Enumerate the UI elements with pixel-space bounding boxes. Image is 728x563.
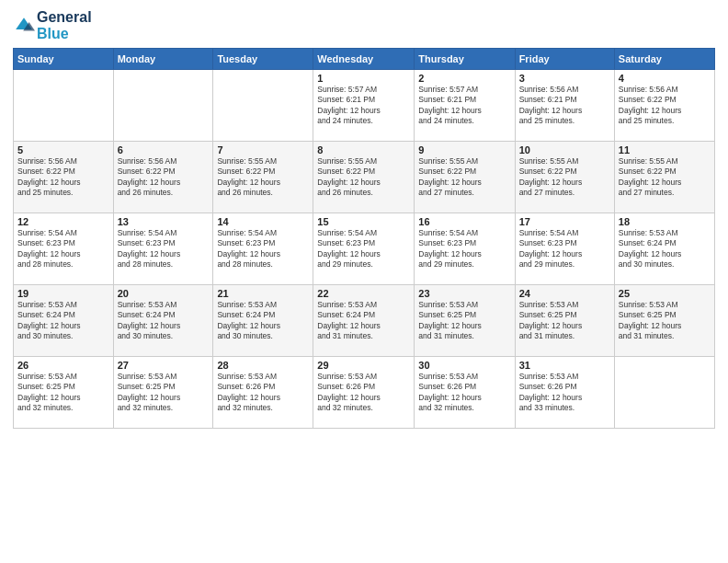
day-info: Sunrise: 5:53 AM Sunset: 6:26 PM Dayligh… bbox=[519, 372, 610, 414]
day-info: Sunrise: 5:53 AM Sunset: 6:24 PM Dayligh… bbox=[317, 300, 410, 342]
day-number: 29 bbox=[317, 360, 410, 371]
calendar-cell: 6Sunrise: 5:56 AM Sunset: 6:22 PM Daylig… bbox=[113, 142, 213, 213]
day-number: 26 bbox=[17, 360, 109, 371]
calendar-cell: 23Sunrise: 5:53 AM Sunset: 6:25 PM Dayli… bbox=[415, 285, 515, 357]
day-number: 14 bbox=[217, 216, 309, 227]
calendar-page: General Blue SundayMondayTuesdayWednesda… bbox=[0, 0, 728, 563]
calendar-cell: 18Sunrise: 5:53 AM Sunset: 6:24 PM Dayli… bbox=[614, 213, 714, 285]
calendar-cell: 1Sunrise: 5:57 AM Sunset: 6:21 PM Daylig… bbox=[313, 70, 415, 142]
day-info: Sunrise: 5:53 AM Sunset: 6:25 PM Dayligh… bbox=[619, 300, 711, 342]
calendar-cell bbox=[213, 70, 313, 142]
calendar-cell: 10Sunrise: 5:55 AM Sunset: 6:22 PM Dayli… bbox=[515, 142, 614, 213]
calendar-cell: 4Sunrise: 5:56 AM Sunset: 6:22 PM Daylig… bbox=[614, 70, 714, 142]
day-info: Sunrise: 5:55 AM Sunset: 6:22 PM Dayligh… bbox=[317, 156, 410, 199]
weekday-header: Friday bbox=[515, 49, 614, 70]
calendar-cell: 14Sunrise: 5:54 AM Sunset: 6:23 PM Dayli… bbox=[213, 213, 313, 285]
logo: General Blue bbox=[13, 9, 92, 42]
day-info: Sunrise: 5:53 AM Sunset: 6:25 PM Dayligh… bbox=[17, 372, 109, 414]
day-info: Sunrise: 5:57 AM Sunset: 6:21 PM Dayligh… bbox=[418, 85, 510, 127]
calendar-cell: 16Sunrise: 5:54 AM Sunset: 6:23 PM Dayli… bbox=[415, 213, 515, 285]
day-number: 10 bbox=[519, 144, 610, 155]
day-number: 25 bbox=[619, 288, 711, 299]
day-number: 19 bbox=[17, 288, 109, 299]
calendar-cell: 28Sunrise: 5:53 AM Sunset: 6:26 PM Dayli… bbox=[213, 357, 313, 429]
calendar-cell: 9Sunrise: 5:55 AM Sunset: 6:22 PM Daylig… bbox=[415, 142, 515, 213]
day-number: 1 bbox=[317, 73, 410, 84]
day-info: Sunrise: 5:55 AM Sunset: 6:22 PM Dayligh… bbox=[418, 156, 510, 199]
weekday-header: Wednesday bbox=[313, 49, 415, 70]
day-number: 21 bbox=[217, 288, 309, 299]
header: General Blue bbox=[13, 9, 715, 42]
day-info: Sunrise: 5:53 AM Sunset: 6:26 PM Dayligh… bbox=[418, 372, 510, 414]
day-number: 24 bbox=[519, 288, 610, 299]
day-info: Sunrise: 5:54 AM Sunset: 6:23 PM Dayligh… bbox=[217, 228, 309, 270]
day-number: 20 bbox=[118, 288, 210, 299]
day-info: Sunrise: 5:53 AM Sunset: 6:25 PM Dayligh… bbox=[118, 372, 210, 414]
day-number: 28 bbox=[217, 360, 309, 371]
day-number: 27 bbox=[118, 360, 210, 371]
day-info: Sunrise: 5:54 AM Sunset: 6:23 PM Dayligh… bbox=[118, 228, 210, 270]
calendar-cell: 11Sunrise: 5:55 AM Sunset: 6:22 PM Dayli… bbox=[614, 142, 714, 213]
day-info: Sunrise: 5:56 AM Sunset: 6:22 PM Dayligh… bbox=[118, 156, 210, 199]
calendar-cell: 12Sunrise: 5:54 AM Sunset: 6:23 PM Dayli… bbox=[14, 213, 114, 285]
calendar-cell: 22Sunrise: 5:53 AM Sunset: 6:24 PM Dayli… bbox=[313, 285, 415, 357]
day-info: Sunrise: 5:56 AM Sunset: 6:22 PM Dayligh… bbox=[17, 156, 109, 199]
calendar-cell: 7Sunrise: 5:55 AM Sunset: 6:22 PM Daylig… bbox=[213, 142, 313, 213]
calendar-cell bbox=[14, 70, 114, 142]
day-info: Sunrise: 5:53 AM Sunset: 6:24 PM Dayligh… bbox=[217, 300, 309, 342]
calendar-week-row: 26Sunrise: 5:53 AM Sunset: 6:25 PM Dayli… bbox=[14, 357, 715, 429]
day-number: 7 bbox=[217, 144, 309, 155]
day-info: Sunrise: 5:56 AM Sunset: 6:21 PM Dayligh… bbox=[519, 85, 610, 127]
calendar-cell: 5Sunrise: 5:56 AM Sunset: 6:22 PM Daylig… bbox=[14, 142, 114, 213]
day-number: 18 bbox=[619, 216, 711, 227]
calendar-cell: 21Sunrise: 5:53 AM Sunset: 6:24 PM Dayli… bbox=[213, 285, 313, 357]
calendar-cell: 13Sunrise: 5:54 AM Sunset: 6:23 PM Dayli… bbox=[113, 213, 213, 285]
calendar-cell: 20Sunrise: 5:53 AM Sunset: 6:24 PM Dayli… bbox=[113, 285, 213, 357]
day-info: Sunrise: 5:54 AM Sunset: 6:23 PM Dayligh… bbox=[317, 228, 410, 270]
weekday-header: Saturday bbox=[614, 49, 714, 70]
calendar-cell bbox=[113, 70, 213, 142]
day-number: 4 bbox=[619, 73, 711, 84]
day-info: Sunrise: 5:55 AM Sunset: 6:22 PM Dayligh… bbox=[619, 156, 711, 199]
day-info: Sunrise: 5:53 AM Sunset: 6:24 PM Dayligh… bbox=[17, 300, 109, 342]
weekday-header-row: SundayMondayTuesdayWednesdayThursdayFrid… bbox=[14, 49, 715, 70]
calendar-week-row: 5Sunrise: 5:56 AM Sunset: 6:22 PM Daylig… bbox=[14, 142, 715, 213]
day-number: 16 bbox=[418, 216, 510, 227]
day-number: 5 bbox=[17, 144, 109, 155]
weekday-header: Monday bbox=[113, 49, 213, 70]
day-number: 6 bbox=[118, 144, 210, 155]
calendar-week-row: 12Sunrise: 5:54 AM Sunset: 6:23 PM Dayli… bbox=[14, 213, 715, 285]
calendar-cell bbox=[614, 357, 714, 429]
weekday-header: Tuesday bbox=[213, 49, 313, 70]
calendar-cell: 25Sunrise: 5:53 AM Sunset: 6:25 PM Dayli… bbox=[614, 285, 714, 357]
calendar-cell: 27Sunrise: 5:53 AM Sunset: 6:25 PM Dayli… bbox=[113, 357, 213, 429]
calendar-cell: 24Sunrise: 5:53 AM Sunset: 6:25 PM Dayli… bbox=[515, 285, 614, 357]
day-info: Sunrise: 5:57 AM Sunset: 6:21 PM Dayligh… bbox=[317, 85, 410, 127]
day-info: Sunrise: 5:53 AM Sunset: 6:25 PM Dayligh… bbox=[519, 300, 610, 342]
calendar-cell: 31Sunrise: 5:53 AM Sunset: 6:26 PM Dayli… bbox=[515, 357, 614, 429]
calendar-week-row: 1Sunrise: 5:57 AM Sunset: 6:21 PM Daylig… bbox=[14, 70, 715, 142]
day-number: 3 bbox=[519, 73, 610, 84]
calendar-cell: 15Sunrise: 5:54 AM Sunset: 6:23 PM Dayli… bbox=[313, 213, 415, 285]
day-number: 22 bbox=[317, 288, 410, 299]
day-number: 9 bbox=[418, 144, 510, 155]
day-info: Sunrise: 5:55 AM Sunset: 6:22 PM Dayligh… bbox=[519, 156, 610, 199]
calendar-cell: 3Sunrise: 5:56 AM Sunset: 6:21 PM Daylig… bbox=[515, 70, 614, 142]
calendar-cell: 8Sunrise: 5:55 AM Sunset: 6:22 PM Daylig… bbox=[313, 142, 415, 213]
day-info: Sunrise: 5:53 AM Sunset: 6:24 PM Dayligh… bbox=[619, 228, 711, 270]
day-info: Sunrise: 5:53 AM Sunset: 6:26 PM Dayligh… bbox=[317, 372, 410, 414]
logo-icon bbox=[13, 15, 35, 37]
calendar-cell: 19Sunrise: 5:53 AM Sunset: 6:24 PM Dayli… bbox=[14, 285, 114, 357]
day-info: Sunrise: 5:54 AM Sunset: 6:23 PM Dayligh… bbox=[17, 228, 109, 270]
calendar-cell: 26Sunrise: 5:53 AM Sunset: 6:25 PM Dayli… bbox=[14, 357, 114, 429]
day-number: 31 bbox=[519, 360, 610, 371]
calendar-cell: 29Sunrise: 5:53 AM Sunset: 6:26 PM Dayli… bbox=[313, 357, 415, 429]
day-number: 11 bbox=[619, 144, 711, 155]
weekday-header: Sunday bbox=[14, 49, 114, 70]
day-info: Sunrise: 5:53 AM Sunset: 6:24 PM Dayligh… bbox=[118, 300, 210, 342]
weekday-header: Thursday bbox=[415, 49, 515, 70]
day-info: Sunrise: 5:54 AM Sunset: 6:23 PM Dayligh… bbox=[519, 228, 610, 270]
day-info: Sunrise: 5:56 AM Sunset: 6:22 PM Dayligh… bbox=[619, 85, 711, 127]
calendar-cell: 17Sunrise: 5:54 AM Sunset: 6:23 PM Dayli… bbox=[515, 213, 614, 285]
day-info: Sunrise: 5:54 AM Sunset: 6:23 PM Dayligh… bbox=[418, 228, 510, 270]
